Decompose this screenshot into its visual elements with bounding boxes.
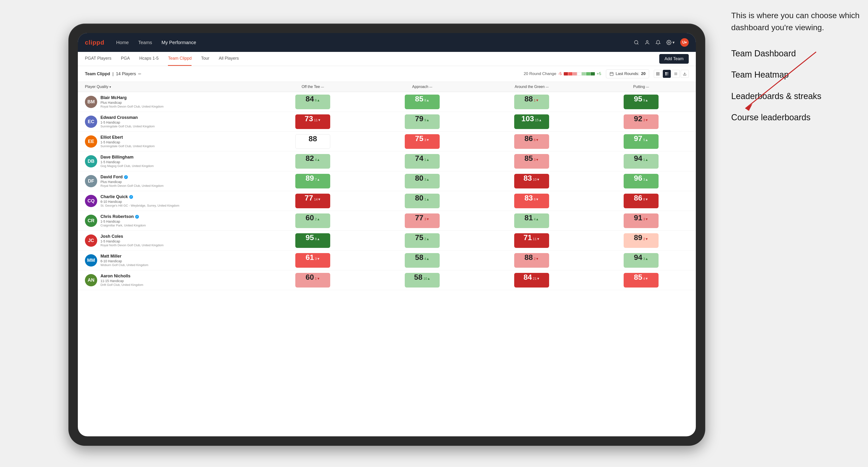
table-row[interactable]: BM Blair McHarg Plus Handicap Royal Nort… <box>78 92 696 112</box>
notifications-button[interactable] <box>655 40 661 45</box>
search-button[interactable] <box>634 40 639 45</box>
nav-link-teams[interactable]: Teams <box>138 40 152 45</box>
col-sort-player[interactable]: Player Quality ▾ <box>85 85 256 89</box>
score-cell: 88 2▼ <box>477 250 586 270</box>
tab-all-players[interactable]: All Players <box>219 52 239 66</box>
table-row[interactable]: DF David Ford ✓ Plus Handicap Royal Nort… <box>78 171 696 191</box>
svg-line-0 <box>745 52 816 108</box>
search-icon <box>634 40 639 45</box>
player-cell[interactable]: BM Blair McHarg Plus Handicap Royal Nort… <box>78 92 258 112</box>
col-header-aroundgreen: Around the Green — <box>477 82 586 92</box>
avatar[interactable]: U ▾ <box>680 38 689 47</box>
table-row[interactable]: EC Edward Crossman 1-5 Handicap Sunningd… <box>78 112 696 132</box>
svg-rect-17 <box>667 74 669 75</box>
tablet-screen: clippd Home Teams My Performance <box>78 33 696 436</box>
player-cell[interactable]: AN Aaron Nicholls 11-15 Handicap Drift G… <box>78 270 258 290</box>
table-header-row: Player Quality ▾ Off the Tee — <box>78 82 696 92</box>
download-button[interactable] <box>681 70 689 78</box>
avatar: EC <box>85 116 97 128</box>
view-heatmap-button[interactable] <box>663 70 671 78</box>
player-cell[interactable]: EC Edward Crossman 1-5 Handicap Sunningd… <box>78 112 258 132</box>
view-icons <box>654 70 689 78</box>
svg-point-4 <box>646 40 648 42</box>
player-cell[interactable]: DF David Ford ✓ Plus Handicap Royal Nort… <box>78 171 258 191</box>
profile-button[interactable] <box>645 40 650 45</box>
tab-tour[interactable]: Tour <box>201 52 209 66</box>
last-rounds-label: Last Rounds: <box>616 71 639 76</box>
score-box: 88 1▼ <box>514 95 549 109</box>
score-cell: 77 14▼ <box>258 191 368 211</box>
score-cell: 92 3▼ <box>586 112 696 132</box>
score-cell: 96 3▲ <box>586 171 696 191</box>
tab-pgat-players[interactable]: PGAT Players <box>85 52 111 66</box>
nav-link-myperformance[interactable]: My Performance <box>161 40 196 45</box>
player-cell[interactable]: CR Chris Robertson ✓ 1-5 Handicap Craigm… <box>78 211 258 231</box>
player-handicap: 11-15 Handicap <box>100 279 143 283</box>
add-team-button[interactable]: Add Team <box>659 54 689 64</box>
player-cell[interactable]: CQ Charlie Quick ✓ 6-10 Handicap St. Geo… <box>78 191 258 211</box>
tab-team-clippd[interactable]: Team Clippd <box>168 52 191 66</box>
player-handicap: Plus Handicap <box>100 101 163 104</box>
table-row[interactable]: CQ Charlie Quick ✓ 6-10 Handicap St. Geo… <box>78 191 696 211</box>
player-details: Blair McHarg Plus Handicap Royal North D… <box>100 95 163 108</box>
sub-nav: PGAT Players PGA Hcaps 1-5 Team Clippd T… <box>78 52 696 66</box>
score-box: 91 3▼ <box>624 214 658 228</box>
last-rounds-button[interactable]: Last Rounds: 20 <box>606 69 649 78</box>
player-handicap: Plus Handicap <box>100 180 163 184</box>
player-info-container: CR Chris Robertson ✓ 1-5 Handicap Craigm… <box>78 211 258 230</box>
score-box: 73 11▼ <box>295 115 330 129</box>
tab-hcaps[interactable]: Hcaps 1-5 <box>139 52 158 66</box>
player-cell[interactable]: MM Matt Miller 6-10 Handicap Woburn Golf… <box>78 250 258 270</box>
score-cell: 83 10▼ <box>477 171 586 191</box>
table-row[interactable]: DB Dave Billingham 1-5 Handicap Gog Mago… <box>78 151 696 171</box>
annotation-arrow <box>726 47 821 118</box>
svg-point-2 <box>634 40 638 44</box>
table-row[interactable]: JC Josh Coles 1-5 Handicap Royal North D… <box>78 231 696 250</box>
verified-icon: ✓ <box>129 195 133 199</box>
view-list-button[interactable] <box>672 70 680 78</box>
table-row[interactable]: CR Chris Robertson ✓ 1-5 Handicap Craigm… <box>78 211 696 231</box>
player-cell[interactable]: EE Elliot Ebert 1-5 Handicap Sunningdale… <box>78 132 258 151</box>
settings-button[interactable]: ▾ <box>666 40 675 45</box>
player-details: David Ford ✓ Plus Handicap Royal North D… <box>100 175 163 187</box>
table-row[interactable]: AN Aaron Nicholls 11-15 Handicap Drift G… <box>78 270 696 290</box>
nav-icons: ▾ U ▾ <box>634 38 689 47</box>
col-sort-offtee[interactable]: Off the Tee — <box>260 85 365 89</box>
nav-link-home[interactable]: Home <box>116 40 129 45</box>
player-cell[interactable]: JC Josh Coles 1-5 Handicap Royal North D… <box>78 231 258 250</box>
score-box: 84 6▲ <box>295 95 330 109</box>
score-cell: 80 1▲ <box>368 191 477 211</box>
col-sort-putting[interactable]: Putting — <box>589 85 693 89</box>
table-row[interactable]: EE Elliot Ebert 1-5 Handicap Sunningdale… <box>78 132 696 151</box>
player-club: Sunningdale Golf Club, United Kingdom <box>100 125 155 128</box>
score-cell: 94 1▲ <box>586 151 696 171</box>
edit-icon[interactable]: ✏ <box>138 72 141 76</box>
player-club: Gog Magog Golf Club, United Kingdom <box>100 164 154 168</box>
score-cell: 58 10▲ <box>368 270 477 290</box>
score-box: 75 3▼ <box>405 134 440 149</box>
score-box: 83 6▼ <box>514 194 549 208</box>
col-sort-approach[interactable]: Approach — <box>370 85 474 89</box>
col-sort-aroundgreen[interactable]: Around the Green — <box>479 85 584 89</box>
calendar-icon <box>610 72 614 76</box>
score-box: 60 1▼ <box>295 273 330 287</box>
player-club: Drift Golf Club, United Kingdom <box>100 283 143 286</box>
score-cell: 103 15▲ <box>477 112 586 132</box>
download-icon <box>683 72 687 76</box>
tab-pga[interactable]: PGA <box>121 52 130 66</box>
view-grid-button[interactable] <box>654 70 662 78</box>
score-cell: 89 7▲ <box>258 171 368 191</box>
grid-icon <box>656 72 660 76</box>
player-details: Dave Billingham 1-5 Handicap Gog Magog G… <box>100 155 154 168</box>
settings-icon <box>666 40 672 45</box>
player-name: David Ford ✓ <box>100 175 163 180</box>
round-change: 20 Round Change -5 +5 <box>524 71 601 76</box>
table-row[interactable]: MM Matt Miller 6-10 Handicap Woburn Golf… <box>78 250 696 270</box>
score-box: 81 4▲ <box>514 214 549 228</box>
svg-rect-13 <box>658 74 659 75</box>
score-cell: 80 3▲ <box>368 171 477 191</box>
player-cell[interactable]: DB Dave Billingham 1-5 Handicap Gog Mago… <box>78 151 258 171</box>
player-name: Edward Crossman <box>100 115 155 120</box>
col-header-offtee: Off the Tee — <box>258 82 368 92</box>
score-box: 86 6▼ <box>514 134 549 149</box>
